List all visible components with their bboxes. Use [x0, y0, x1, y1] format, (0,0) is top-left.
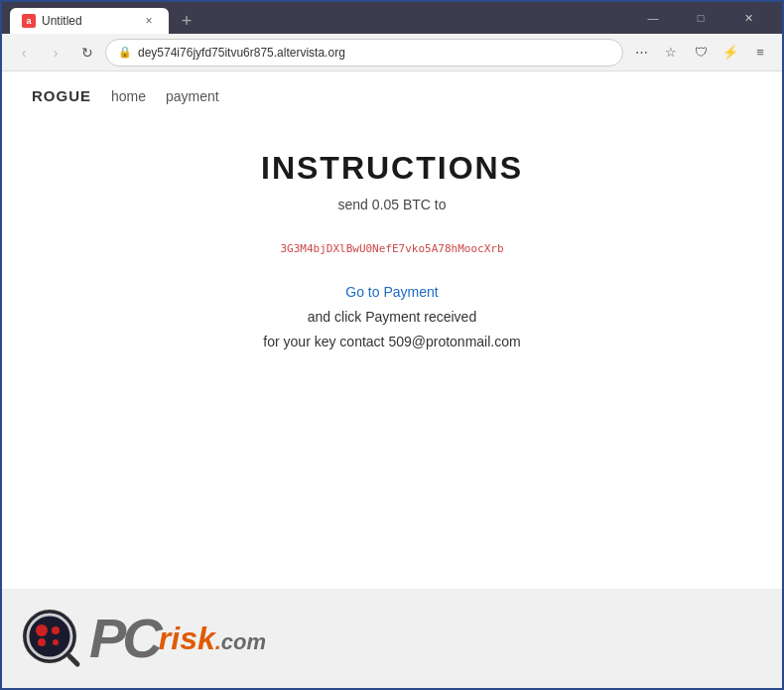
payment-link[interactable]: Go to Payment	[345, 284, 438, 300]
forward-button[interactable]: ›	[42, 39, 69, 67]
bookmark-button[interactable]: ☆	[657, 39, 685, 67]
nav-icons: ⋯ ☆ 🛡 ⚡ ≡	[627, 39, 774, 67]
pcrisk-text-logo: PC risk.com	[89, 611, 266, 666]
logo-risk-text: risk	[159, 621, 215, 656]
minimize-button[interactable]: —	[631, 4, 675, 32]
tab-favicon: a	[22, 14, 36, 28]
more-button[interactable]: ⋯	[627, 39, 655, 67]
address-text: dey574i76jyfd75itvu6r875.altervista.org	[138, 46, 610, 60]
svg-point-1	[36, 624, 48, 636]
title-bar: a Untitled × + — □ ✕	[2, 2, 782, 34]
close-window-button[interactable]: ✕	[726, 4, 770, 32]
logo-dot: risk.com	[159, 622, 266, 655]
shield-button[interactable]: 🛡	[687, 39, 715, 67]
page-content: ROGUE home payment INSTRUCTIONS send 0.0…	[2, 71, 782, 688]
page-title: INSTRUCTIONS	[261, 150, 523, 187]
navigation-bar: ‹ › ↻ 🔒 dey574i76jyfd75itvu6r875.altervi…	[2, 34, 782, 71]
site-brand: ROGUE	[32, 87, 91, 104]
address-bar[interactable]: 🔒 dey574i76jyfd75itvu6r875.altervista.or…	[105, 39, 623, 67]
maximize-button[interactable]: □	[679, 4, 722, 32]
pcrisk-logo-icon	[22, 609, 81, 668]
site-navigation: ROGUE home payment	[2, 71, 782, 120]
svg-point-2	[52, 626, 60, 634]
go-to-payment-line: Go to Payment	[263, 280, 520, 305]
btc-address: 3G3M4bjDXlBwU0NefE7vko5A78hMoocXrb	[280, 242, 503, 255]
tab-close-button[interactable]: ×	[141, 13, 157, 29]
tab-area: a Untitled × +	[10, 2, 627, 34]
security-icon: 🔒	[118, 46, 132, 59]
svg-point-3	[38, 638, 46, 646]
svg-point-4	[53, 639, 59, 645]
nav-link-payment[interactable]: payment	[166, 88, 219, 104]
browser-tab[interactable]: a Untitled ×	[10, 8, 169, 34]
payment-instructions: Go to Payment and click Payment received…	[263, 280, 520, 355]
contact-line: for your key contact 509@protonmail.com	[263, 330, 520, 354]
back-button[interactable]: ‹	[10, 39, 38, 67]
extensions-button[interactable]: ⚡	[717, 39, 744, 67]
browser-window: a Untitled × + — □ ✕ ‹ › ↻ 🔒 dey574i76jy…	[0, 0, 784, 690]
refresh-button[interactable]: ↻	[73, 39, 101, 67]
main-content: INSTRUCTIONS send 0.05 BTC to 3G3M4bjDXl…	[2, 120, 782, 589]
btc-subtitle: send 0.05 BTC to	[338, 197, 447, 212]
svg-line-5	[69, 656, 77, 664]
logo-com-text: com	[221, 629, 266, 654]
watermark-area: PC risk.com	[2, 589, 782, 688]
tab-title: Untitled	[42, 14, 135, 28]
svg-point-0	[24, 611, 75, 662]
new-tab-button[interactable]: +	[173, 8, 200, 34]
nav-link-home[interactable]: home	[111, 88, 146, 104]
window-controls: — □ ✕	[627, 4, 774, 32]
menu-button[interactable]: ≡	[746, 39, 774, 67]
click-payment-line: and click Payment received	[263, 305, 520, 330]
logo-pc-text: PC	[89, 611, 159, 666]
